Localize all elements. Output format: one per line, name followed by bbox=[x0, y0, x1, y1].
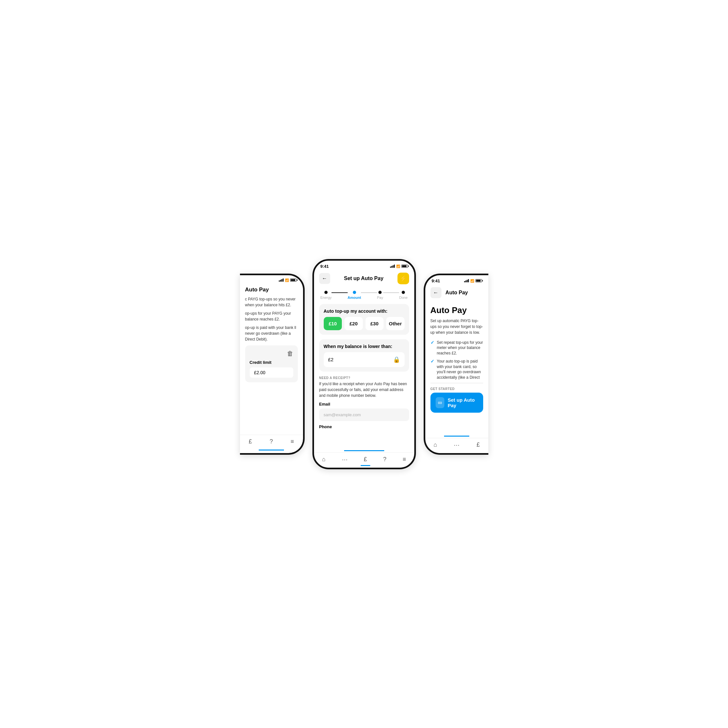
trash-icon[interactable]: 🗑 bbox=[287, 350, 293, 357]
nav-title-center: Set up Auto Pay bbox=[344, 275, 383, 281]
step-label-done: Done bbox=[399, 295, 407, 300]
receipt-desc: If you'd like a receipt when your Auto P… bbox=[319, 381, 409, 398]
left-desc-1: c PAYG top-ups so you never when your ba… bbox=[245, 296, 298, 308]
step-done: Done bbox=[399, 291, 407, 300]
tab-payments-left[interactable]: £ bbox=[249, 438, 252, 445]
scene: 📶 Auto Pay c PAYG top-ups so you never w… bbox=[186, 259, 542, 469]
status-bar-right: 9:41 📶 bbox=[425, 275, 488, 284]
step-label-energy: Energy bbox=[321, 295, 332, 300]
credit-limit-label: Credit limit bbox=[250, 360, 272, 365]
checkmark-1: ✓ bbox=[430, 340, 434, 345]
amount-10-button[interactable]: £10 bbox=[324, 317, 342, 330]
amount-20-button[interactable]: £20 bbox=[344, 317, 363, 330]
left-desc-2: op-ups for your PAYG your balance reache… bbox=[245, 310, 298, 322]
tab-usage-center[interactable]: ⋯ bbox=[342, 456, 348, 463]
wifi-icon-right: 📶 bbox=[470, 279, 474, 283]
phone-label: Phone bbox=[319, 424, 409, 429]
pound-icon-center: £ bbox=[364, 456, 367, 463]
tab-payments-right[interactable]: £ bbox=[476, 442, 480, 448]
usage-icon-center: ⋯ bbox=[342, 456, 348, 463]
email-section: Email sam@example.com bbox=[319, 402, 409, 421]
left-desc-3: op-up is paid with your bank ll never go… bbox=[245, 325, 298, 342]
signal-icon-center bbox=[390, 265, 395, 268]
battery-icon bbox=[290, 278, 297, 282]
tab-home-right[interactable]: ⌂ bbox=[434, 442, 437, 448]
auto-pay-big-title: Auto Pay bbox=[430, 305, 483, 315]
balance-card: When my balance is lower than: £2 🔒 bbox=[319, 339, 409, 372]
status-time-center: 9:41 bbox=[321, 264, 329, 269]
step-line-1 bbox=[332, 292, 347, 293]
step-label-pay: Pay bbox=[377, 295, 383, 300]
checkmark-2: ✓ bbox=[430, 359, 434, 364]
nav-title-right: Auto Pay bbox=[445, 290, 468, 295]
tab-menu-left[interactable]: ≡ bbox=[291, 438, 294, 445]
lock-icon: 🔒 bbox=[393, 356, 400, 363]
bottom-nav-left: £ ? ≡ bbox=[240, 435, 303, 450]
left-phone: 📶 Auto Pay c PAYG top-ups so you never w… bbox=[240, 274, 305, 455]
check-item-1: ✓ Set repeat top-ups for your meter when… bbox=[430, 340, 483, 356]
amount-options: £10 £20 £30 Other bbox=[324, 317, 405, 330]
credit-section: 🗑 Credit limit £2.00 bbox=[245, 346, 298, 382]
email-input[interactable]: sam@example.com bbox=[319, 408, 409, 421]
balance-input[interactable]: £2 🔒 bbox=[324, 352, 405, 367]
battery-icon-center bbox=[401, 265, 408, 268]
center-phone: 9:41 📶 ← Set up Auto Pay bbox=[312, 259, 416, 469]
back-arrow-center: ← bbox=[322, 275, 327, 281]
back-button-center[interactable]: ← bbox=[319, 273, 330, 284]
signal-icon bbox=[279, 278, 284, 282]
setup-auto-pay-button[interactable]: ∞ Set up Auto Pay bbox=[430, 393, 483, 413]
step-energy: Energy bbox=[321, 291, 332, 300]
lightning-icon: ⚡ bbox=[400, 275, 407, 282]
battery-icon-right bbox=[476, 279, 482, 282]
receipt-section: NEED A RECEIPT? If you'd like a receipt … bbox=[319, 376, 409, 398]
infinity-icon: ∞ bbox=[436, 397, 445, 408]
home-icon-center: ⌂ bbox=[322, 456, 326, 463]
wifi-icon: 📶 bbox=[285, 278, 289, 282]
lightning-button[interactable]: ⚡ bbox=[398, 273, 409, 284]
step-dot-pay bbox=[378, 291, 382, 294]
balance-value: £2 bbox=[328, 357, 334, 362]
main-content-center: Auto top-up my account with: £10 £20 £30… bbox=[314, 301, 414, 450]
step-label-amount: Amount bbox=[348, 295, 361, 300]
step-line-3 bbox=[383, 292, 399, 293]
check-text-1: Set repeat top-ups for your meter when y… bbox=[437, 340, 483, 356]
tab-payments-center[interactable]: £ bbox=[364, 456, 367, 463]
pound-icon: £ bbox=[249, 438, 252, 445]
topup-card-title: Auto top-up my account with: bbox=[324, 309, 405, 314]
wifi-icon-center: 📶 bbox=[396, 265, 400, 268]
tab-help-left[interactable]: ? bbox=[270, 438, 273, 445]
status-bar-left: 📶 bbox=[240, 275, 303, 283]
step-amount: Amount bbox=[348, 291, 361, 300]
amount-30-button[interactable]: £30 bbox=[366, 317, 384, 330]
help-icon: ? bbox=[270, 438, 273, 445]
back-arrow-right: ← bbox=[433, 290, 439, 295]
tab-menu-center[interactable]: ≡ bbox=[403, 456, 406, 463]
bottom-nav-right: ⌂ ⋯ £ bbox=[425, 438, 488, 453]
phone-section: Phone bbox=[319, 424, 409, 429]
step-dot-energy bbox=[324, 291, 327, 294]
tab-home-center[interactable]: ⌂ bbox=[322, 456, 326, 463]
email-placeholder: sam@example.com bbox=[324, 412, 361, 417]
credit-limit-value: £2.00 bbox=[250, 367, 293, 378]
signal-icon-right bbox=[464, 279, 469, 282]
status-bar-center: 9:41 📶 bbox=[314, 261, 414, 270]
receipt-heading: NEED A RECEIPT? bbox=[319, 376, 409, 380]
get-started-label: GET STARTED bbox=[430, 387, 483, 391]
amount-other-button[interactable]: Other bbox=[386, 317, 405, 330]
setup-btn-text: Set up Auto Pay bbox=[448, 397, 478, 408]
status-time-right: 9:41 bbox=[432, 278, 440, 283]
step-line-2 bbox=[361, 292, 377, 293]
tab-usage-right[interactable]: ⋯ bbox=[454, 442, 460, 448]
auto-pay-desc: Set up automatic PAYG top-ups so you nev… bbox=[430, 318, 483, 335]
back-button-right[interactable]: ← bbox=[430, 287, 442, 298]
menu-icon: ≡ bbox=[291, 438, 294, 445]
step-pay: Pay bbox=[377, 291, 383, 300]
pound-icon-right: £ bbox=[476, 442, 480, 448]
stepper: Energy Amount Pay Done bbox=[314, 287, 414, 301]
usage-icon-right: ⋯ bbox=[454, 442, 460, 448]
main-content-right: Auto Pay Set up automatic PAYG top-ups s… bbox=[425, 301, 488, 416]
balance-card-title: When my balance is lower than: bbox=[324, 344, 405, 349]
step-dot-amount bbox=[353, 291, 356, 294]
help-icon-center: ? bbox=[383, 456, 387, 463]
tab-help-center[interactable]: ? bbox=[383, 456, 387, 463]
